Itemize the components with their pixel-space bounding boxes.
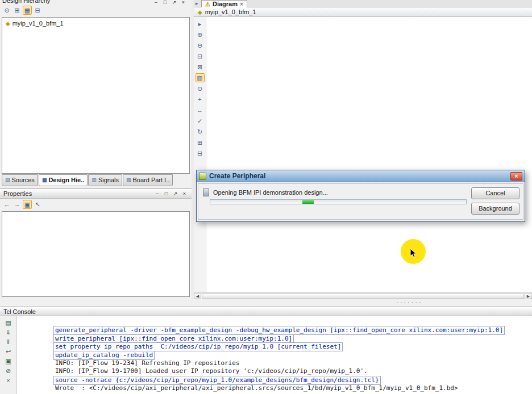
scroll-right-icon[interactable]: ▶ (525, 293, 532, 299)
design-hierarchy-window-buttons: –□↗× (152, 0, 187, 5)
scrollbar-thumb[interactable] (202, 294, 524, 299)
properties-view-icon[interactable]: ▣ (23, 200, 32, 209)
close-icon[interactable]: × (180, 0, 187, 5)
pause-output-icon[interactable]: ‖ (4, 337, 13, 346)
warning-icon: ⚠ (205, 1, 210, 7)
search-icon[interactable]: ⊙ (196, 84, 205, 93)
restore-icon[interactable]: □ (161, 0, 169, 5)
tcl-console-title: Tcl Console (3, 308, 36, 315)
properties-window-buttons: –□↗× (153, 191, 188, 197)
create-peripheral-icon (199, 173, 206, 180)
tab-diagram[interactable]: ⚠ Diagram × (201, 0, 247, 7)
design-hierarchy-toolbar: ⊙⊞▦⊟ (1, 5, 191, 16)
properties-header: Properties –□↗× (0, 188, 192, 199)
diagram-toolbar: ▸⊕⊖⊡⊠▥⊙+↔✓↻⊞⊟ (194, 17, 206, 292)
tab-board-part[interactable]: ▧ Board Part I.. (123, 174, 173, 186)
design-hierarchy-title: Design Hierarchy (2, 0, 50, 4)
left-panel-tabs: ▤ Sources ▦ Design Hie.. ▥ Signals ▧ Boa… (0, 174, 192, 188)
tcl-console-header: Tcl Console (0, 307, 532, 316)
autofit-selection-icon[interactable]: ▥ (196, 73, 205, 82)
dialog-body: Opening BFM IPI demonstration design... … (198, 183, 523, 220)
float-icon[interactable]: ↗ (172, 191, 179, 197)
diagram-panel: ▸ ⚠ Diagram × ◆ myip_v1_0_bfm_1 ▸⊕⊖⊡⊠▥⊙+… (194, 0, 532, 299)
scroll-left-icon[interactable]: ◀ (194, 293, 201, 299)
tree-item-myip[interactable]: ◆ myip_v1_0_bfm_1 (2, 18, 189, 27)
tab-label: Sources (12, 177, 35, 183)
zoom-out-icon[interactable]: ⊖ (196, 41, 205, 50)
close-icon[interactable]: × (181, 191, 188, 197)
vivado-window: Design Hierarchy –□↗× ⊙⊞▦⊟ ◆ myip_v1_0_b… (0, 0, 532, 394)
cursor-highlight (401, 239, 426, 264)
panel-splitter[interactable]: ······· (0, 299, 532, 307)
dialog-message: Opening BFM IPI demonstration design... (213, 189, 328, 196)
dialog-titlebar[interactable]: Create Peripheral × (197, 170, 525, 182)
properties-content (2, 211, 190, 297)
flat-view-icon[interactable]: ▦ (23, 6, 32, 15)
layout-icon[interactable]: ▸ (196, 1, 198, 6)
dialog-title: Create Peripheral (209, 172, 508, 180)
minimize-icon[interactable]: – (153, 191, 161, 197)
float-icon[interactable]: ↗ (171, 0, 178, 5)
panel-splitter-handle[interactable]: ······· (396, 299, 423, 305)
expand-all-icon[interactable]: ⊞ (13, 6, 22, 15)
word-wrap-icon[interactable]: ↩ (4, 347, 13, 356)
progress-value (302, 200, 314, 204)
pin-toolbar-icon[interactable]: ▸ (196, 19, 205, 28)
tcl-console-output[interactable]: generate_peripheral -driver -bfm_example… (17, 316, 532, 394)
tcl-line: generate_peripheral -driver -bfm_example… (25, 318, 532, 326)
diagram-tabbar: ▸ ⚠ Diagram × (194, 0, 532, 7)
regenerate-layout-icon[interactable]: ↻ (196, 127, 205, 136)
select-pointer-icon[interactable]: ↖ (33, 200, 42, 209)
dialog-close-button[interactable]: × (510, 172, 522, 181)
search-icon[interactable]: ⊙ (2, 6, 11, 15)
zoom-in-icon[interactable]: ⊕ (196, 30, 205, 39)
tab-signals[interactable]: ▥ Signals (88, 174, 122, 186)
close-console-icon[interactable]: × (4, 376, 13, 385)
back-icon[interactable]: ← (2, 200, 11, 209)
tab-icon: ▧ (126, 177, 131, 183)
zoom-selection-icon[interactable]: ⊠ (196, 62, 205, 72)
design-hierarchy-tree: ◆ myip_v1_0_bfm_1 (2, 17, 190, 174)
make-external-icon[interactable]: ↔ (196, 106, 205, 115)
tab-icon: ▤ (5, 177, 10, 183)
tab-icon: ▦ (42, 177, 47, 183)
collapse-icon[interactable]: ⊟ (196, 149, 205, 158)
task-icon (203, 188, 209, 196)
cancel-button[interactable]: Cancel (471, 187, 519, 199)
collapse-all-icon[interactable]: ⊟ (33, 6, 42, 15)
tab-close-icon[interactable]: × (240, 1, 243, 7)
create-peripheral-dialog: Create Peripheral × Opening BFM IPI demo… (196, 170, 525, 222)
forward-icon[interactable]: → (13, 200, 22, 209)
tab-design-hierarchy[interactable]: ▦ Design Hie.. (39, 174, 88, 186)
properties-title: Properties (3, 190, 32, 197)
expand-icon[interactable]: ⊞ (196, 138, 205, 147)
tab-label: Board Part I.. (132, 177, 169, 183)
restore-icon[interactable]: □ (163, 191, 170, 197)
scroll-lock-icon[interactable]: ⇓ (4, 328, 13, 337)
flow-icon[interactable]: ▤ (4, 318, 13, 327)
tab-label: Signals (98, 177, 119, 183)
zoom-fit-icon[interactable]: ⊡ (196, 52, 205, 61)
clear-console-icon[interactable]: ⊘ (4, 366, 13, 375)
diagram-title: myip_v1_0_bfm_1 (205, 9, 256, 15)
validate-design-icon[interactable]: ✓ (196, 116, 205, 125)
tab-icon: ▥ (92, 177, 97, 183)
properties-toolbar: ←→▣↖ (1, 199, 191, 211)
horizontal-scrollbar: ◀ ▶ (194, 292, 532, 299)
tcl-console-toolbar: ▤⇓‖↩▣⊘× (0, 316, 17, 394)
tab-sources[interactable]: ▤ Sources (2, 174, 38, 186)
add-ip-icon[interactable]: + (196, 95, 205, 104)
copy-icon[interactable]: ▣ (4, 357, 13, 366)
minimize-icon[interactable]: – (152, 0, 160, 5)
mouse-cursor-icon (410, 248, 417, 259)
diagram-tab-label: Diagram (213, 1, 238, 7)
tree-item-label: myip_v1_0_bfm_1 (13, 20, 64, 27)
ip-block-icon: ◆ (198, 9, 202, 15)
tab-label: Design Hie.. (48, 177, 84, 183)
background-button[interactable]: Background (471, 203, 519, 215)
progress-bar (210, 199, 467, 204)
diagram-canvas[interactable] (206, 17, 532, 292)
diagram-titlebar: ◆ myip_v1_0_bfm_1 (194, 7, 532, 17)
design-hierarchy-header: Design Hierarchy –□↗× (0, 0, 192, 5)
ip-block-icon: ◆ (6, 20, 10, 27)
